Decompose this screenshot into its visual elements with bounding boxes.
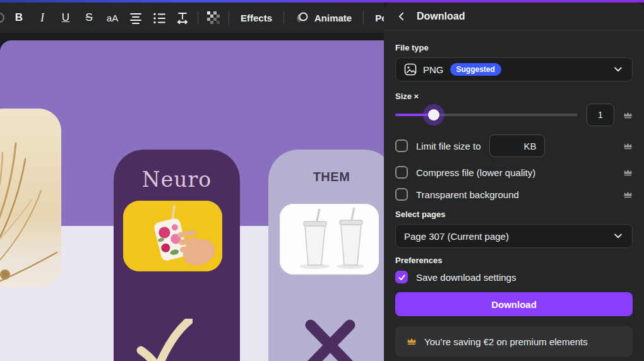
- transparency-icon: [207, 11, 220, 24]
- effects-button[interactable]: Effects: [233, 6, 280, 29]
- chevron-down-icon: [612, 230, 624, 242]
- transparent-background-label: Transparent background: [416, 189, 519, 200]
- select-pages-label: Select pages: [395, 210, 633, 219]
- checkmark-graphic[interactable]: [136, 319, 193, 361]
- tumblers-image: [280, 204, 379, 275]
- animate-label: Animate: [314, 13, 352, 23]
- letter-spacing-icon: [176, 11, 189, 24]
- back-button[interactable]: [394, 9, 409, 24]
- text-align-button[interactable]: [124, 6, 147, 29]
- check-icon: [398, 273, 406, 281]
- neuro-card-title[interactable]: Neuro: [114, 167, 240, 192]
- panel-header: Download: [384, 3, 644, 30]
- toolbar-divider: [198, 11, 198, 25]
- download-panel: Download File type PNG Suggested Size ×: [384, 3, 644, 361]
- position-button[interactable]: Positi: [367, 6, 384, 29]
- crown-icon: [623, 191, 633, 199]
- transparent-background-row: Transparent background: [395, 187, 633, 202]
- bullet-list-icon: [153, 11, 165, 24]
- underline-button[interactable]: U: [54, 6, 77, 29]
- app-window: B I U S aA: [0, 0, 644, 361]
- crown-icon: [623, 142, 633, 150]
- suggested-badge: Suggested: [450, 63, 501, 76]
- size-value-input[interactable]: 1: [587, 104, 614, 126]
- crown-gold-icon: [407, 337, 417, 346]
- neuro-card[interactable]: Neuro: [114, 150, 240, 361]
- italic-button[interactable]: I: [31, 6, 54, 29]
- text-toolbar: B I U S aA: [0, 3, 384, 33]
- color-swatch-partial[interactable]: [0, 13, 4, 23]
- pampas-grass-image: [0, 109, 61, 287]
- chevron-down-icon: [612, 64, 624, 75]
- them-card-title[interactable]: THEM: [268, 170, 395, 184]
- animate-button[interactable]: Animate: [288, 6, 359, 29]
- them-card[interactable]: THEM: [268, 150, 395, 361]
- crown-icon: [623, 111, 633, 119]
- transparent-background-checkbox[interactable]: [395, 188, 408, 201]
- letter-spacing-button[interactable]: [171, 6, 194, 29]
- size-slider[interactable]: [395, 114, 578, 116]
- limit-file-size-checkbox[interactable]: [395, 139, 408, 152]
- hand-holding-cup-image: [123, 201, 222, 271]
- save-settings-label: Save download settings: [416, 272, 516, 283]
- compress-file-checkbox[interactable]: [395, 166, 408, 179]
- panel-title: Download: [417, 11, 465, 22]
- limit-file-size-label: Limit file size to: [416, 141, 481, 151]
- text-align-icon: [129, 11, 142, 24]
- tumblers-photo-card[interactable]: [280, 204, 379, 275]
- strikethrough-button[interactable]: S: [78, 6, 100, 29]
- toolbar-divider: [283, 11, 284, 25]
- bullet-list-button[interactable]: [148, 6, 170, 29]
- image-icon: [404, 63, 417, 76]
- transparency-button[interactable]: [202, 6, 225, 29]
- kb-size-input[interactable]: KB: [489, 134, 545, 157]
- select-pages-dropdown[interactable]: Page 307 (Current page): [395, 224, 633, 248]
- panel-body: File type PNG Suggested Size ×: [384, 30, 644, 357]
- bold-button[interactable]: B: [8, 6, 30, 29]
- file-type-label: File type: [395, 43, 633, 52]
- cup-photo-card[interactable]: [123, 201, 222, 271]
- pampas-photo-card[interactable]: [0, 109, 61, 287]
- crown-icon: [623, 169, 633, 177]
- file-type-select[interactable]: PNG Suggested: [395, 57, 633, 81]
- slider-thumb[interactable]: [428, 109, 439, 121]
- limit-file-size-row: Limit file size to KB: [395, 134, 633, 158]
- toolbar-divider: [363, 11, 364, 25]
- compress-file-label: Compress file (lower quality): [416, 167, 535, 178]
- select-pages-value: Page 307 (Current page): [404, 231, 509, 242]
- chevron-left-icon: [396, 11, 407, 22]
- save-settings-row: Save download settings: [395, 270, 633, 284]
- file-type-value: PNG: [423, 64, 444, 75]
- compress-file-row: Compress file (lower quality): [395, 165, 633, 180]
- savings-notice: You’re saving €2 on premium elements: [395, 326, 633, 357]
- letter-case-button[interactable]: aA: [101, 6, 124, 29]
- x-mark-graphic[interactable]: [302, 319, 359, 361]
- toolbar-divider: [229, 11, 229, 25]
- size-slider-row: 1: [395, 102, 633, 127]
- save-settings-checkbox[interactable]: [395, 271, 408, 283]
- savings-text: You’re saving €2 on premium elements: [424, 336, 588, 347]
- kb-unit: KB: [524, 141, 537, 151]
- preferences-label: Preferences: [395, 256, 633, 265]
- size-label: Size ×: [395, 92, 633, 101]
- download-button[interactable]: Download: [395, 292, 633, 316]
- animate-icon: [295, 11, 309, 25]
